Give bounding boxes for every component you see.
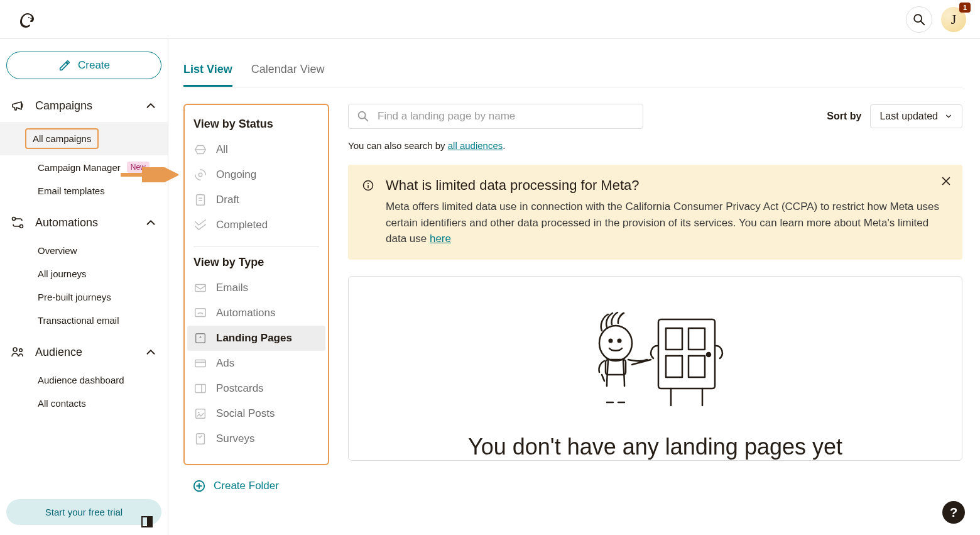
filter-type-landing-pages[interactable]: Landing Pages bbox=[187, 326, 325, 351]
svg-rect-11 bbox=[197, 195, 205, 206]
svg-rect-35 bbox=[666, 328, 682, 350]
main-content: List View Calendar View View by Status A… bbox=[168, 39, 980, 535]
chevron-down-icon bbox=[944, 112, 953, 121]
start-free-trial-button[interactable]: Start your free trial bbox=[6, 499, 161, 525]
banner-body: Meta offers limited data use in connecti… bbox=[386, 199, 949, 247]
top-bar: J 1 bbox=[0, 0, 980, 39]
mailchimp-logo[interactable] bbox=[14, 7, 39, 32]
svg-rect-36 bbox=[689, 328, 705, 350]
all-icon bbox=[193, 143, 207, 157]
svg-point-5 bbox=[13, 218, 16, 221]
chevron-up-icon bbox=[144, 99, 158, 113]
search-icon bbox=[912, 13, 926, 26]
tab-calendar-view[interactable]: Calendar View bbox=[251, 63, 325, 87]
ongoing-icon bbox=[193, 168, 207, 182]
sidebar-item-audience-dashboard[interactable]: Audience dashboard bbox=[0, 368, 168, 392]
create-folder-button[interactable]: Create Folder bbox=[183, 465, 329, 495]
search-input[interactable] bbox=[378, 110, 635, 123]
nav-section-campaigns[interactable]: Campaigns bbox=[0, 92, 168, 119]
plus-circle-icon bbox=[192, 479, 206, 493]
sidebar-item-overview[interactable]: Overview bbox=[0, 239, 168, 262]
svg-point-42 bbox=[599, 326, 632, 361]
svg-point-27 bbox=[359, 112, 366, 119]
banner-here-link[interactable]: here bbox=[430, 233, 451, 245]
filter-status-all[interactable]: All bbox=[185, 137, 328, 162]
search-icon bbox=[356, 109, 370, 123]
filter-status-ongoing[interactable]: Ongoing bbox=[185, 162, 328, 187]
sort-label: Sort by bbox=[827, 111, 861, 122]
svg-rect-17 bbox=[195, 360, 206, 367]
flow-icon bbox=[10, 215, 25, 230]
draft-icon bbox=[193, 193, 207, 207]
chevron-up-icon bbox=[144, 345, 158, 359]
filter-status-heading: View by Status bbox=[185, 118, 328, 137]
svg-point-43 bbox=[609, 339, 612, 342]
tab-list-view[interactable]: List View bbox=[183, 63, 232, 87]
svg-point-1 bbox=[28, 16, 30, 18]
svg-point-10 bbox=[199, 173, 202, 177]
email-icon bbox=[193, 281, 207, 295]
empty-state-card: You don't have any landing pages yet bbox=[348, 276, 962, 461]
search-box[interactable] bbox=[348, 104, 643, 129]
svg-rect-19 bbox=[195, 385, 206, 393]
filter-status-completed[interactable]: Completed bbox=[185, 212, 328, 238]
svg-point-2 bbox=[30, 18, 31, 19]
svg-point-6 bbox=[20, 225, 23, 228]
empty-illustration bbox=[361, 302, 949, 415]
svg-rect-38 bbox=[689, 356, 705, 377]
all-audiences-link[interactable]: all audiences bbox=[448, 140, 503, 151]
svg-rect-37 bbox=[666, 356, 682, 377]
banner-title: What is limited data processing for Meta… bbox=[386, 177, 949, 194]
sidebar-item-prebuilt-journeys[interactable]: Pre-built journeys bbox=[0, 285, 168, 309]
filter-type-heading: View by Type bbox=[185, 256, 328, 275]
view-tabs: List View Calendar View bbox=[183, 63, 962, 87]
filter-type-ads[interactable]: Ads bbox=[185, 351, 328, 376]
svg-rect-14 bbox=[195, 285, 206, 292]
survey-icon bbox=[193, 432, 207, 446]
nav-section-audience[interactable]: Audience bbox=[0, 338, 168, 366]
collapse-sidebar-icon[interactable] bbox=[141, 516, 153, 527]
filter-type-postcards[interactable]: Postcards bbox=[185, 376, 328, 401]
callout-arrow-icon bbox=[121, 167, 178, 182]
info-icon bbox=[362, 179, 374, 192]
svg-point-22 bbox=[198, 412, 199, 413]
left-nav: Create Campaigns All campaigns Campaign … bbox=[0, 39, 168, 535]
sort-select[interactable]: Last updated bbox=[870, 104, 962, 128]
filter-status-draft[interactable]: Draft bbox=[185, 187, 328, 212]
filter-type-emails[interactable]: Emails bbox=[185, 275, 328, 301]
pencil-icon bbox=[58, 58, 72, 72]
svg-point-8 bbox=[19, 349, 23, 352]
global-search-button[interactable] bbox=[906, 6, 932, 33]
svg-point-7 bbox=[13, 348, 17, 351]
people-icon bbox=[10, 345, 25, 360]
filter-panel: View by Status All Ongoing Draft Complet… bbox=[183, 104, 329, 465]
svg-point-39 bbox=[707, 353, 710, 356]
social-icon bbox=[193, 407, 207, 421]
help-button[interactable]: ? bbox=[942, 501, 965, 524]
svg-point-44 bbox=[618, 339, 621, 342]
svg-line-4 bbox=[921, 21, 925, 25]
sidebar-item-email-templates[interactable]: Email templates bbox=[0, 179, 168, 202]
empty-state-title: You don't have any landing pages yet bbox=[361, 434, 949, 460]
notification-badge: 1 bbox=[959, 3, 971, 13]
sub-search-text: You can also search by all audiences. bbox=[348, 140, 962, 151]
sidebar-item-all-contacts[interactable]: All contacts bbox=[0, 392, 168, 415]
filter-type-social-posts[interactable]: Social Posts bbox=[185, 401, 328, 426]
chevron-up-icon bbox=[144, 216, 158, 229]
completed-icon bbox=[193, 218, 207, 232]
close-icon[interactable] bbox=[940, 175, 952, 187]
sidebar-item-all-campaigns[interactable]: All campaigns bbox=[0, 122, 168, 155]
create-button[interactable]: Create bbox=[6, 52, 161, 79]
filter-type-automations[interactable]: Automations bbox=[185, 301, 328, 326]
sidebar-item-transactional-email[interactable]: Transactional email bbox=[0, 309, 168, 332]
filter-type-surveys[interactable]: Surveys bbox=[185, 426, 328, 451]
postcard-icon bbox=[193, 382, 207, 395]
sidebar-item-all-journeys[interactable]: All journeys bbox=[0, 262, 168, 285]
svg-rect-16 bbox=[196, 334, 205, 343]
svg-rect-23 bbox=[197, 434, 205, 444]
ads-icon bbox=[193, 356, 207, 370]
landing-page-icon bbox=[193, 331, 207, 345]
megaphone-icon bbox=[10, 98, 25, 113]
svg-point-30 bbox=[368, 183, 369, 184]
nav-section-automations[interactable]: Automations bbox=[0, 209, 168, 236]
